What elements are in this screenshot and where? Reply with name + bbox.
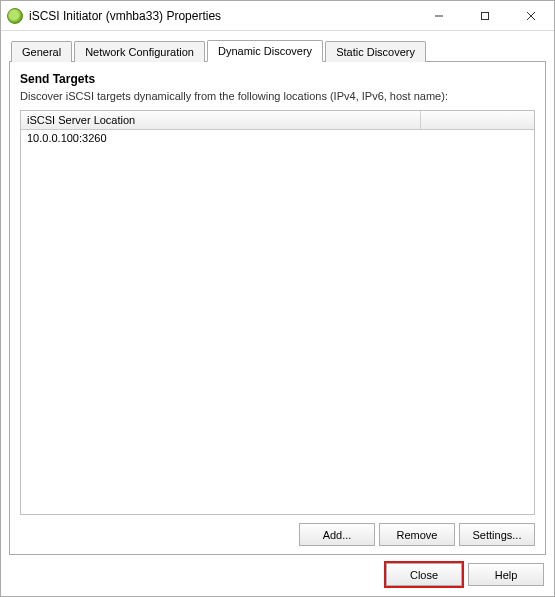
settings-button[interactable]: Settings... xyxy=(459,523,535,546)
dialog-button-row: Close Help xyxy=(9,555,546,588)
titlebar: iSCSI Initiator (vmhba33) Properties xyxy=(1,1,554,31)
panel-button-row: Add... Remove Settings... xyxy=(20,515,535,546)
window-controls xyxy=(416,1,554,30)
maximize-button[interactable] xyxy=(462,1,508,30)
app-icon xyxy=(7,8,23,24)
tab-network-configuration[interactable]: Network Configuration xyxy=(74,41,205,62)
cell-location: 10.0.0.100:3260 xyxy=(21,130,421,146)
remove-button[interactable]: Remove xyxy=(379,523,455,546)
targets-grid[interactable]: iSCSI Server Location 10.0.0.100:3260 xyxy=(20,110,535,515)
help-button[interactable]: Help xyxy=(468,563,544,586)
close-window-button[interactable] xyxy=(508,1,554,30)
window-title: iSCSI Initiator (vmhba33) Properties xyxy=(29,9,416,23)
tab-general[interactable]: General xyxy=(11,41,72,62)
svg-rect-1 xyxy=(482,12,489,19)
column-header-location[interactable]: iSCSI Server Location xyxy=(21,111,421,129)
minimize-button[interactable] xyxy=(416,1,462,30)
tabstrip: General Network Configuration Dynamic Di… xyxy=(9,39,546,61)
tabpanel-dynamic-discovery: Send Targets Discover iSCSI targets dyna… xyxy=(9,61,546,555)
table-row[interactable]: 10.0.0.100:3260 xyxy=(21,130,534,147)
close-button[interactable]: Close xyxy=(386,563,462,586)
grid-header: iSCSI Server Location xyxy=(21,111,534,130)
tab-static-discovery[interactable]: Static Discovery xyxy=(325,41,426,62)
add-button[interactable]: Add... xyxy=(299,523,375,546)
tab-dynamic-discovery[interactable]: Dynamic Discovery xyxy=(207,40,323,62)
cell-spacer xyxy=(421,130,534,146)
section-title: Send Targets xyxy=(20,72,535,86)
column-header-spacer xyxy=(421,111,534,129)
grid-body: 10.0.0.100:3260 xyxy=(21,130,534,514)
section-description: Discover iSCSI targets dynamically from … xyxy=(20,90,535,102)
content-area: General Network Configuration Dynamic Di… xyxy=(1,31,554,596)
